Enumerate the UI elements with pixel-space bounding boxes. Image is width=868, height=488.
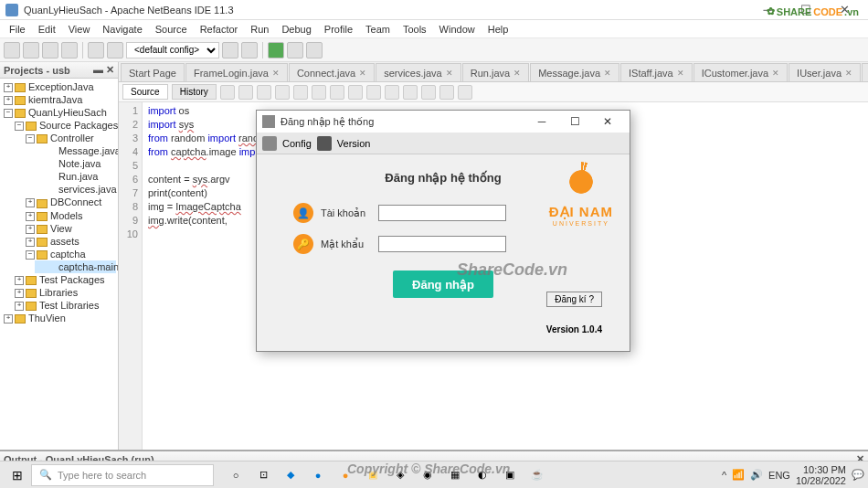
menu-refactor[interactable]: Refactor: [195, 22, 244, 37]
taskbar-cortana-icon[interactable]: ○: [223, 462, 249, 488]
editor-tool-icon[interactable]: [312, 85, 326, 100]
editor-tab[interactable]: People_User.java✕: [862, 63, 868, 81]
tray-clock[interactable]: 10:30 PM10/28/2022: [796, 464, 846, 486]
menu-help[interactable]: Help: [482, 22, 514, 37]
menu-profile[interactable]: Profile: [319, 22, 358, 37]
editor-tool-icon[interactable]: [348, 85, 363, 100]
menu-edit[interactable]: Edit: [33, 22, 61, 37]
editor-tool-icon[interactable]: [220, 85, 235, 100]
tab-close-icon[interactable]: ✕: [446, 69, 453, 78]
tree-node[interactable]: kiemtraJava: [2, 93, 116, 106]
taskbar-search[interactable]: 🔍 Type here to search: [31, 464, 214, 486]
run-icon[interactable]: [268, 42, 284, 58]
tree-node[interactable]: Controller: [24, 132, 116, 144]
tree-leaf[interactable]: Note.java: [35, 157, 116, 170]
tree-leaf[interactable]: Message.java: [35, 144, 116, 157]
taskbar-taskview-icon[interactable]: ⊡: [250, 462, 276, 488]
editor-tool-icon[interactable]: [330, 85, 344, 100]
editor-tab[interactable]: Run.java✕: [462, 63, 529, 81]
tray-volume-icon[interactable]: 🔊: [750, 469, 763, 481]
menu-debug[interactable]: Debug: [276, 22, 316, 37]
start-button[interactable]: ⊞: [4, 461, 31, 489]
editor-tool-icon[interactable]: [257, 85, 271, 100]
editor-tool-icon[interactable]: [421, 85, 436, 100]
username-input[interactable]: [378, 205, 506, 221]
tree-node[interactable]: DBConnect: [24, 196, 116, 208]
menu-run[interactable]: Run: [245, 22, 274, 37]
config-select[interactable]: <default config>: [126, 42, 219, 58]
tree-leaf-selected[interactable]: captcha-main.py: [35, 260, 116, 273]
tree-node[interactable]: View: [24, 222, 116, 235]
clean-build-icon[interactable]: [241, 42, 258, 58]
editor-tab[interactable]: Message.java✕: [530, 63, 619, 81]
tree-node[interactable]: Libraries: [13, 286, 116, 299]
tree-node[interactable]: assets: [24, 235, 116, 248]
tree-node[interactable]: ExceptionJava: [2, 80, 116, 93]
editor-tool-icon[interactable]: [293, 85, 308, 100]
dialog-close-button[interactable]: ✕: [591, 111, 624, 133]
open-icon[interactable]: [42, 42, 58, 58]
version-icon[interactable]: [317, 136, 332, 151]
taskbar-vscode-icon[interactable]: ◆: [278, 462, 303, 488]
editor-tool-icon[interactable]: [439, 85, 454, 100]
taskbar-netbeans-icon[interactable]: ▣: [497, 462, 523, 488]
menu-navigate[interactable]: Navigate: [97, 22, 147, 37]
tab-close-icon[interactable]: ✕: [513, 69, 521, 78]
new-file-icon[interactable]: [4, 42, 20, 58]
redo-icon[interactable]: [107, 42, 123, 58]
tab-close-icon[interactable]: ✕: [272, 69, 280, 78]
taskbar-edge-icon[interactable]: ●: [305, 462, 331, 488]
taskbar-java-icon[interactable]: ☕: [524, 462, 550, 488]
tree-node[interactable]: Source Packages: [13, 119, 116, 132]
tray-chevron-icon[interactable]: ^: [722, 470, 726, 481]
tree-leaf[interactable]: Run.java: [35, 170, 116, 183]
tray-network-icon[interactable]: 📶: [732, 469, 745, 481]
tab-close-icon[interactable]: ✕: [845, 69, 852, 78]
tree-leaf[interactable]: services.java: [35, 183, 116, 196]
editor-tab[interactable]: FrameLogin.java✕: [185, 63, 288, 81]
taskbar-explorer-icon[interactable]: ▣: [360, 462, 386, 488]
debug-icon[interactable]: [287, 42, 303, 58]
menu-source[interactable]: Source: [150, 22, 193, 37]
tree-node[interactable]: Models: [24, 209, 116, 222]
editor-tool-icon[interactable]: [458, 85, 472, 100]
editor-tab[interactable]: Connect.java✕: [289, 63, 375, 81]
menu-team[interactable]: Team: [360, 22, 396, 37]
tab-close-icon[interactable]: ✕: [359, 69, 366, 78]
editor-tool-icon[interactable]: [366, 85, 381, 100]
login-button[interactable]: Đăng nhập: [393, 271, 493, 298]
config-icon[interactable]: [262, 136, 277, 151]
taskbar-app-icon[interactable]: ◉: [415, 462, 440, 488]
editor-tab[interactable]: services.java✕: [376, 63, 461, 81]
menu-tools[interactable]: Tools: [397, 22, 432, 37]
undo-icon[interactable]: [88, 42, 104, 58]
source-tab[interactable]: Source: [122, 84, 168, 100]
panel-close-icon[interactable]: ▬ ✕: [93, 64, 114, 76]
taskbar-app-icon[interactable]: ▦: [442, 462, 468, 488]
tree-node[interactable]: ThuVien: [2, 312, 116, 324]
system-tray[interactable]: ^ 📶 🔊 ENG 10:30 PM10/28/2022 💬: [722, 464, 864, 486]
dialog-minimize-button[interactable]: ─: [525, 111, 558, 133]
tray-notifications-icon[interactable]: 💬: [852, 469, 864, 481]
menu-window[interactable]: Window: [434, 22, 481, 37]
editor-tab[interactable]: ICustomer.java✕: [693, 63, 788, 81]
editor-tab[interactable]: Start Page: [121, 63, 185, 81]
editor-tool-icon[interactable]: [385, 85, 399, 100]
new-project-icon[interactable]: [23, 42, 39, 58]
taskbar-app-icon[interactable]: ◐: [470, 462, 495, 488]
tree-node[interactable]: Test Libraries: [13, 299, 116, 312]
tree-node[interactable]: Test Packages: [13, 273, 116, 286]
tree-node[interactable]: QuanLyHieuSach: [2, 106, 116, 119]
taskbar-app-icon[interactable]: ◈: [387, 462, 413, 488]
save-all-icon[interactable]: [61, 42, 78, 58]
tab-close-icon[interactable]: ✕: [677, 69, 684, 78]
history-tab[interactable]: History: [172, 84, 217, 100]
editor-tool-icon[interactable]: [275, 85, 290, 100]
register-button[interactable]: Đăng kí ?: [546, 292, 602, 307]
editor-tab[interactable]: IUser.java✕: [789, 63, 861, 81]
tray-language-icon[interactable]: ENG: [768, 470, 790, 481]
editor-tab[interactable]: IStaff.java✕: [620, 63, 693, 81]
project-tree[interactable]: ExceptionJava kiemtraJava QuanLyHieuSach…: [0, 79, 118, 450]
dialog-maximize-button[interactable]: ☐: [558, 111, 591, 133]
password-input[interactable]: [378, 236, 506, 252]
